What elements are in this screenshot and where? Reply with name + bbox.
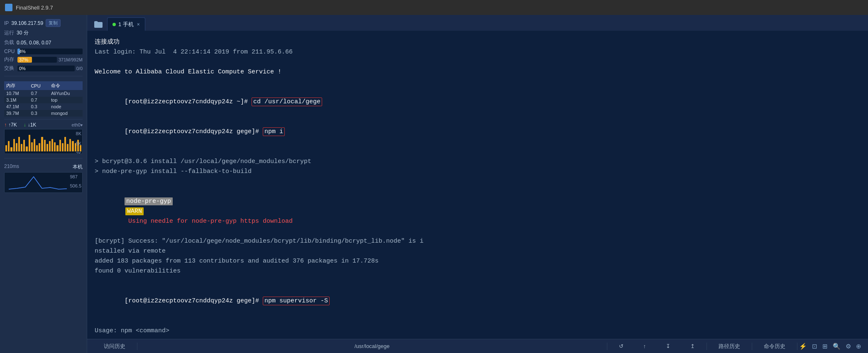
net-bar — [44, 140, 46, 151]
net-bar — [62, 143, 64, 151]
cmd-history-label: 命令历史 — [764, 343, 785, 350]
terminal[interactable]: 连接成功 Last login: Thu Jul 4 22:14:14 2019… — [87, 32, 868, 339]
ping-section: 210ms 本机 987 506.5 26 — [4, 163, 83, 193]
term-line-blank-7 — [95, 336, 861, 339]
swap-label: 交换 — [4, 65, 17, 72]
net-bar — [59, 140, 61, 151]
visit-history-button[interactable]: 访问历史 — [94, 343, 135, 350]
load-label: 负载 — [4, 39, 14, 46]
cpu-label: CPU — [4, 49, 17, 54]
net-bar — [34, 139, 35, 151]
upload-icon[interactable]: ↑ — [633, 343, 656, 349]
chevron-down-icon[interactable]: ▾ — [81, 123, 83, 127]
net-bar — [18, 137, 20, 151]
path-history-label: 路径历史 — [719, 343, 740, 350]
tab-status-dot — [112, 23, 116, 26]
net-bar — [69, 139, 71, 151]
ping-val-987: 987 — [70, 174, 81, 179]
term-warn-line: node-pre-gyp WARN Using needle for node-… — [95, 187, 861, 236]
network-header: ↑ ↑7K ↓ ↓1K eth0 ▾ — [4, 122, 83, 128]
tab-close-button[interactable]: × — [137, 22, 140, 27]
grid-icon[interactable]: ⊞ — [822, 343, 828, 350]
download-indicator: ↓ — [24, 122, 26, 128]
sidebar: IP 39.106.217.59 复制 运行 30 分 负载 0.05, 0.0… — [0, 15, 87, 353]
net-bar — [41, 137, 43, 151]
proc-col-cpu: CPU — [29, 81, 49, 90]
uptime-value: 30 分 — [17, 29, 29, 37]
net-bar — [51, 139, 53, 151]
toolbar-sep-1 — [137, 343, 137, 350]
cpu-bar-container: 4% — [17, 49, 83, 54]
tab-1[interactable]: 1 手机 × — [107, 17, 145, 31]
net-bar — [36, 145, 38, 151]
node-pre-gyp-badge: node-pre-gyp — [125, 197, 173, 205]
net-bar — [29, 135, 30, 151]
cpu-bar-text: 4% — [19, 49, 26, 54]
term-line-7: nstalled via remote — [95, 246, 861, 256]
proc-cpu-0: 0.7 — [29, 90, 49, 97]
sync-icon[interactable]: ↥ — [680, 343, 705, 349]
proc-cmd-0: AliYunDu — [49, 90, 83, 97]
search-icon[interactable]: 🔍 — [833, 343, 841, 350]
net-bar — [16, 143, 17, 151]
cpu-row: CPU 4% — [4, 49, 83, 54]
swap-bar-container: 0% — [17, 66, 75, 71]
net-bar — [64, 137, 66, 151]
ip-value: 39.106.217.59 — [11, 20, 43, 26]
mem-row: 内存 37% 371M/992M — [4, 56, 83, 63]
cmd-history-button[interactable]: 命令历史 — [754, 343, 795, 350]
toolbar-sep-2 — [607, 343, 607, 350]
mem-detail: 371M/992M — [59, 57, 83, 62]
proc-col-mem: 内存 — [4, 81, 29, 90]
cmd-box-3: npm supervisor -S — [263, 297, 330, 305]
toolbar-sep-3 — [707, 343, 707, 350]
net-bar — [13, 139, 15, 151]
process-row-0: 10.7M0.7AliYunDu — [4, 90, 83, 97]
term-line-5: > node-pre-gyp install --fallback-to-bui… — [95, 167, 861, 177]
term-line-blank-1 — [95, 57, 861, 67]
toolbar-sep-5 — [797, 343, 797, 350]
ping-row: 210ms 本机 — [4, 163, 83, 170]
eth-label: eth0 — [72, 122, 81, 127]
add-icon[interactable]: ⊕ — [856, 343, 861, 350]
refresh-icon[interactable]: ↺ — [609, 343, 633, 349]
cmd-box-1: cd /usr/local/gege — [252, 97, 322, 106]
ping-val-26: 26 — [70, 192, 81, 193]
copy-button[interactable]: 复制 — [46, 19, 61, 27]
net-bar — [67, 144, 68, 151]
term-cmd-1: [root@iz2zecptoovz7cnddqyp24z ~]# cd /us… — [95, 87, 861, 117]
right-panel: 1 手机 × 连接成功 Last login: Thu Jul 4 22:14:… — [87, 15, 868, 353]
term-line-blank-6 — [95, 316, 861, 326]
folder-button[interactable] — [90, 17, 105, 31]
term-line-blank-3 — [95, 147, 861, 157]
ip-row: IP 39.106.217.59 复制 — [4, 19, 83, 27]
net-bar — [72, 141, 73, 151]
net-bar — [56, 145, 58, 151]
net-label-5k: 5K — [76, 141, 81, 146]
upload-indicator: ↑ — [4, 122, 7, 128]
download-icon[interactable]: ↧ — [656, 343, 680, 349]
proc-mem-2: 47.1M — [4, 103, 29, 110]
folder-icon — [93, 20, 103, 28]
main-layout: IP 39.106.217.59 复制 运行 30 分 负载 0.05, 0.0… — [0, 15, 868, 353]
warn-badge: WARN — [125, 207, 144, 215]
lightning-icon[interactable]: ⚡ — [799, 343, 807, 350]
ping-label: 210ms — [4, 163, 19, 170]
settings-icon[interactable]: ⚙ — [846, 343, 851, 350]
ping-host: 本机 — [73, 163, 83, 170]
net-bar — [5, 145, 7, 151]
proc-mem-0: 10.7M — [4, 90, 29, 97]
sidebar-divider-1 — [4, 76, 83, 76]
proc-col-cmd: 命令 — [49, 81, 83, 90]
snapshot-icon[interactable]: ⊡ — [812, 343, 817, 350]
net-bar — [10, 147, 12, 151]
toolbar-sep-4 — [752, 343, 752, 350]
swap-bar-text: 0% — [19, 66, 26, 71]
visit-history-label: 访问历史 — [104, 343, 125, 350]
swap-detail: 0/0 — [76, 66, 83, 71]
path-history-button[interactable]: 路径历史 — [709, 343, 750, 350]
net-bar — [21, 144, 22, 151]
proc-cpu-3: 0.3 — [29, 110, 49, 117]
warn-text: Using needle for node-pre-gyp https down… — [125, 218, 293, 225]
proc-cmd-3: mongod — [49, 110, 83, 117]
